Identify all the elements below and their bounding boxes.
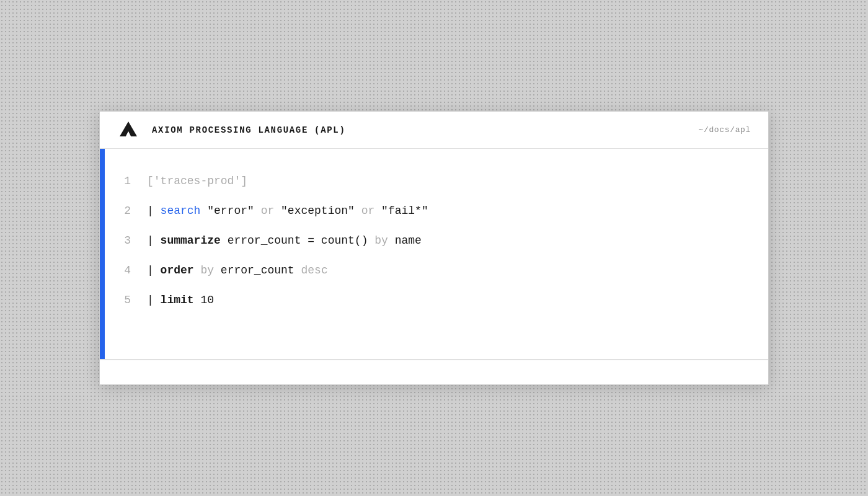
token-limit-keyword: limit [161, 294, 194, 306]
token-name-field: name [388, 234, 422, 247]
token-or-2: or [361, 205, 375, 217]
token-summarize-expr: error_count = count() [221, 234, 374, 247]
code-line-4: | order by error_count desc [147, 255, 756, 285]
token-exception: "exception" [274, 205, 361, 217]
code-line-3: | summarize error_count = count() by nam… [147, 226, 756, 255]
app-title: AXIOM PROCESSING LANGUAGE (APL) [152, 125, 346, 135]
axiom-logo-icon [117, 119, 140, 141]
token-by-2: by [200, 264, 214, 277]
token-or-1: or [261, 205, 275, 217]
token-order-space [194, 264, 201, 277]
token-order-field: error_count [214, 264, 301, 277]
code-line-1: ['traces-prod'] [147, 166, 756, 196]
code-line-2: | search "error" or "exception" or "fail… [147, 196, 756, 226]
main-window: AXIOM PROCESSING LANGUAGE (APL) ~/docs/a… [99, 111, 769, 385]
token-summarize-keyword: summarize [161, 234, 221, 247]
token-limit-value: 10 [194, 294, 214, 306]
line-number-4: 4 [105, 255, 137, 285]
token-search-keyword: search [161, 205, 201, 217]
token-pipe-3: | [147, 234, 161, 247]
token-dataset: ['traces-prod'] [147, 175, 247, 187]
line-number-5: 5 [105, 285, 137, 315]
token-pipe-2: | [147, 205, 161, 217]
line-number-3: 3 [105, 226, 137, 255]
line-numbers: 1 2 3 4 5 [105, 149, 137, 359]
path-label: ~/docs/apl [698, 125, 751, 135]
token-pipe-5: | [147, 294, 161, 306]
token-desc: desc [301, 264, 327, 277]
line-number-2: 2 [105, 196, 137, 226]
active-line-gutter [100, 149, 105, 359]
token-by-1: by [374, 234, 388, 247]
editor-area[interactable]: 1 2 3 4 5 ['traces-prod'] | search "erro… [100, 149, 768, 360]
token-pipe-4: | [147, 264, 161, 277]
code-line-5: | limit 10 [147, 285, 756, 315]
token-order-keyword: order [161, 264, 194, 277]
line-number-1: 1 [105, 166, 137, 196]
token-fail: "fail*" [374, 205, 428, 217]
code-editor[interactable]: ['traces-prod'] | search "error" or "exc… [137, 149, 768, 359]
titlebar: AXIOM PROCESSING LANGUAGE (APL) ~/docs/a… [100, 112, 768, 149]
titlebar-left: AXIOM PROCESSING LANGUAGE (APL) [117, 119, 346, 141]
token-search-args: "error" [200, 205, 260, 217]
status-bar [100, 360, 768, 384]
